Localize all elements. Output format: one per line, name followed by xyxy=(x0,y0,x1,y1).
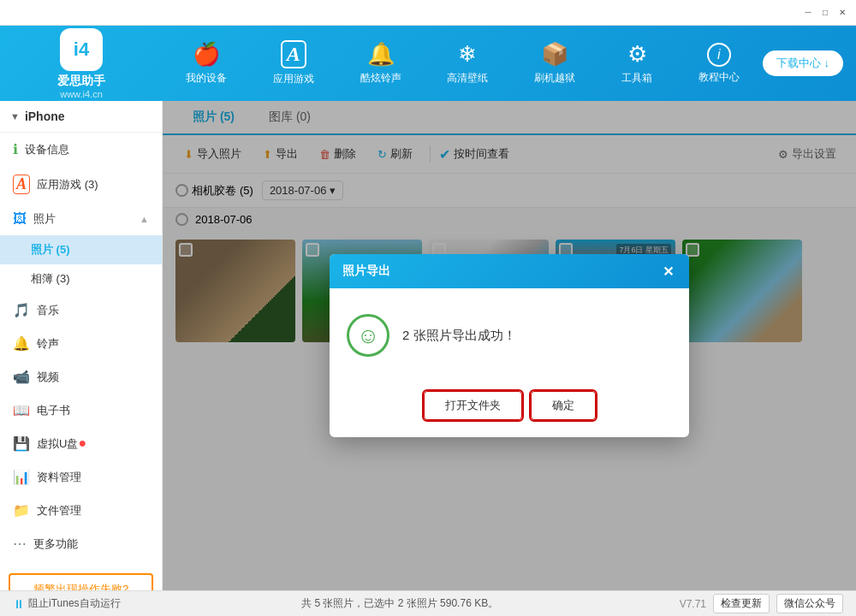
title-bar-controls: ─ □ ✕ xyxy=(801,6,849,20)
nav-tutorials-label: 教程中心 xyxy=(698,70,740,85)
modal-header: 照片导出 ✕ xyxy=(330,254,689,288)
nav-apps-games-label: 应用游戏 xyxy=(273,72,314,86)
header: i4 爱思助手 www.i4.cn 🍎 我的设备 A 应用游戏 🔔 酷炫铃声 ❄… xyxy=(0,26,856,101)
modal-body: ☺ 2 张照片导出成功！ xyxy=(330,288,689,382)
export-success-modal: 照片导出 ✕ ☺ 2 张照片导出成功！ 打开文件夹 确定 xyxy=(330,254,689,437)
info-icon: i xyxy=(707,43,731,67)
maximize-button[interactable]: □ xyxy=(818,6,832,20)
sidebar-item-data-mgmt[interactable]: 📊 资料管理 xyxy=(0,460,162,494)
stop-icon: ⏸ xyxy=(13,597,25,611)
status-bar: ⏸ 阻止iTunes自动运行 共 5 张照片，已选中 2 张照片 590.76 … xyxy=(0,590,856,616)
logo-icon: i4 xyxy=(60,28,103,71)
sidebar-footer: 频繁出现操作失败? xyxy=(0,560,162,590)
itunes-stop-label: 阻止iTunes自动运行 xyxy=(28,596,121,611)
status-center: 共 5 张照片，已选中 2 张照片 590.76 KB。 xyxy=(138,596,663,611)
logo-sub: www.i4.cn xyxy=(60,89,103,99)
nav-wallpaper-label: 高清壁纸 xyxy=(447,71,488,86)
box-icon: 📦 xyxy=(541,41,568,68)
sidebar-item-ebook[interactable]: 📖 电子书 xyxy=(0,394,162,427)
photos-sub-label: 照片 (5) xyxy=(31,242,70,258)
sidebar-item-device-info[interactable]: ℹ 设备信息 xyxy=(0,133,162,166)
sidebar-ringtones-label: 铃声 xyxy=(37,336,149,352)
sidebar-ebook-label: 电子书 xyxy=(37,403,149,418)
sidebar-device: ▼ iPhone xyxy=(0,101,162,133)
collapse-icon: ▲ xyxy=(140,214,149,224)
open-folder-button[interactable]: 打开文件夹 xyxy=(424,391,522,420)
main-container: ▼ iPhone ℹ 设备信息 A 应用游戏 (3) 🖼 照片 ▲ 照片 (5)… xyxy=(0,101,856,590)
sidebar-item-ringtones[interactable]: 🔔 铃声 xyxy=(0,327,162,360)
bell-icon: 🔔 xyxy=(367,41,395,68)
modal-message: 2 张照片导出成功！ xyxy=(402,328,516,344)
wechat-button[interactable]: 微信公众号 xyxy=(776,594,843,613)
gear-icon: ⚙ xyxy=(627,41,647,68)
data-icon: 📊 xyxy=(13,469,30,485)
ringtone-icon: 🔔 xyxy=(13,335,30,352)
apps-icon: A xyxy=(281,40,306,68)
nav-tools-label: 工具箱 xyxy=(621,71,652,86)
sidebar-apps-label: 应用游戏 (3) xyxy=(37,177,149,192)
sidebar-data-mgmt-label: 资料管理 xyxy=(37,470,149,485)
apple-icon: 🍎 xyxy=(193,41,220,68)
close-button[interactable]: ✕ xyxy=(835,6,849,20)
sidebar: ▼ iPhone ℹ 设备信息 A 应用游戏 (3) 🖼 照片 ▲ 照片 (5)… xyxy=(0,101,163,590)
nav-my-device-label: 我的设备 xyxy=(186,71,227,86)
smiley-icon: ☺ xyxy=(357,323,380,349)
video-icon: 📹 xyxy=(13,369,30,385)
status-info: 共 5 张照片，已选中 2 张照片 590.76 KB。 xyxy=(301,597,498,609)
modal-title: 照片导出 xyxy=(342,264,390,279)
title-bar: ─ □ ✕ xyxy=(0,0,856,26)
itunes-stop-button[interactable]: ⏸ 阻止iTunes自动运行 xyxy=(13,596,121,611)
nav-items: 🍎 我的设备 A 应用游戏 🔔 酷炫铃声 ❄ 高清壁纸 📦 刷机越狱 ⚙ 工具箱… xyxy=(163,26,763,101)
photos-icon: 🖼 xyxy=(13,211,27,227)
check-update-button[interactable]: 检查更新 xyxy=(713,594,770,613)
sidebar-device-info-label: 设备信息 xyxy=(25,142,149,157)
nav-ringtones[interactable]: 🔔 酷炫铃声 xyxy=(350,34,412,92)
modal-overlay: 照片导出 ✕ ☺ 2 张照片导出成功！ 打开文件夹 确定 xyxy=(163,101,856,590)
sidebar-video-label: 视频 xyxy=(37,370,149,385)
snowflake-icon: ❄ xyxy=(458,41,477,68)
sidebar-item-file-mgmt[interactable]: 📁 文件管理 xyxy=(0,494,162,527)
albums-sub-label: 相簿 (3) xyxy=(31,271,70,287)
download-center-button[interactable]: 下载中心 ↓ xyxy=(763,50,843,76)
nav-jailbreak-label: 刷机越狱 xyxy=(534,71,575,86)
info-circle-icon: ℹ xyxy=(13,141,18,157)
status-right: V7.71 检查更新 微信公众号 xyxy=(680,594,843,613)
freq-error-button[interactable]: 频繁出现操作失败? xyxy=(9,573,153,590)
logo-text: 爱思助手 xyxy=(57,74,105,89)
version-label: V7.71 xyxy=(680,598,706,610)
sidebar-item-music[interactable]: 🎵 音乐 xyxy=(0,293,162,327)
sidebar-albums-sub[interactable]: 相簿 (3) xyxy=(0,264,162,293)
nav-tutorials[interactable]: i 教程中心 xyxy=(688,36,750,92)
sidebar-item-apps[interactable]: A 应用游戏 (3) xyxy=(0,166,162,203)
success-icon: ☺ xyxy=(347,314,389,357)
nav-ringtones-label: 酷炫铃声 xyxy=(360,71,401,86)
sidebar-photos-label: 照片 xyxy=(33,211,133,227)
more-icon: ⋯ xyxy=(13,536,27,552)
modal-close-button[interactable]: ✕ xyxy=(659,263,676,280)
nav-my-device[interactable]: 🍎 我的设备 xyxy=(175,34,237,92)
udisk-icon: 💾 xyxy=(13,435,30,452)
content-wrapper: 照片 (5) 图库 (0) ⬇ 导入照片 ⬆ 导出 🗑 删除 ↻ xyxy=(163,101,856,590)
confirm-button[interactable]: 确定 xyxy=(531,391,596,420)
nav-apps-games[interactable]: A 应用游戏 xyxy=(263,33,324,93)
sidebar-file-mgmt-label: 文件管理 xyxy=(37,503,149,518)
sidebar-music-label: 音乐 xyxy=(37,303,149,318)
sidebar-item-udisk[interactable]: 💾 虚拟U盘● xyxy=(0,427,162,460)
nav-wallpaper[interactable]: ❄ 高清壁纸 xyxy=(437,34,498,92)
device-name: iPhone xyxy=(25,110,65,123)
sidebar-more-label: 更多功能 xyxy=(33,536,149,552)
sidebar-item-photos[interactable]: 🖼 照片 ▲ xyxy=(0,203,162,235)
sidebar-udisk-label: 虚拟U盘● xyxy=(37,435,149,452)
sidebar-item-video[interactable]: 📹 视频 xyxy=(0,360,162,394)
minimize-button[interactable]: ─ xyxy=(801,6,815,20)
sidebar-item-more[interactable]: ⋯ 更多功能 xyxy=(0,527,162,560)
status-left: ⏸ 阻止iTunes自动运行 xyxy=(13,596,121,611)
folder-icon: 📁 xyxy=(13,502,30,518)
nav-jailbreak[interactable]: 📦 刷机越狱 xyxy=(524,34,586,92)
modal-footer: 打开文件夹 确定 xyxy=(330,382,689,437)
apps-circle-icon: A xyxy=(13,175,30,194)
nav-tools[interactable]: ⚙ 工具箱 xyxy=(611,34,663,92)
logo-area: i4 爱思助手 www.i4.cn xyxy=(0,28,163,99)
sidebar-photos-sub[interactable]: 照片 (5) xyxy=(0,235,162,264)
music-icon: 🎵 xyxy=(13,302,30,318)
